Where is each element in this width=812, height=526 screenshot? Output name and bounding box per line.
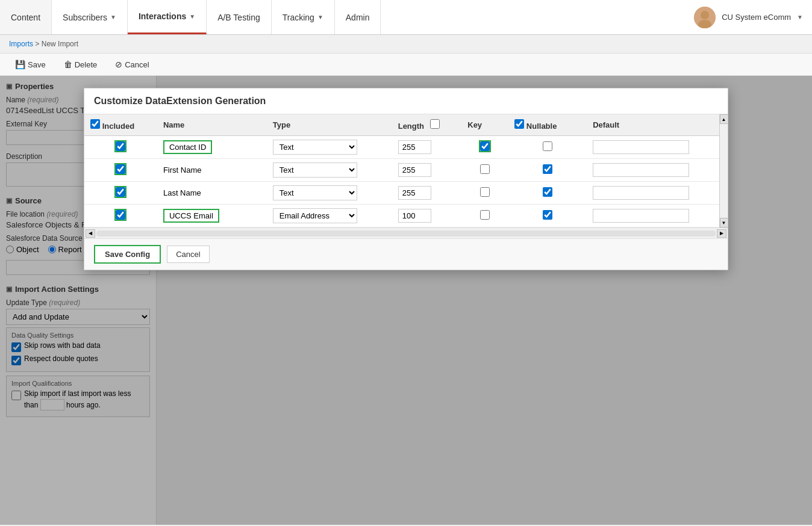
- customize-dialog: Customize DataExtension Generation Inclu…: [84, 88, 728, 270]
- dialog-cancel-button[interactable]: Cancel: [167, 246, 209, 263]
- nav-label-subscribers: Subscribers: [63, 13, 107, 22]
- col-header-name: Name: [157, 114, 267, 136]
- row-length-input[interactable]: [398, 163, 431, 177]
- scroll-left-button[interactable]: ◀: [86, 229, 95, 238]
- row-nullable-checkbox[interactable]: [543, 141, 552, 151]
- nav-user-area: CU System eComm ▼: [685, 0, 812, 34]
- nav-label-tracking: Tracking: [283, 13, 314, 22]
- nav-label-ab-testing: A/B Testing: [217, 13, 260, 22]
- data-extension-table: Included Name Type Length Key Nu: [84, 114, 728, 227]
- cancel-button[interactable]: ⊘ Cancel: [109, 57, 155, 72]
- row-nullable-checkbox[interactable]: [543, 187, 552, 197]
- avatar: [694, 7, 716, 28]
- row-default-input[interactable]: [593, 186, 689, 200]
- nav-label-interactions: Interactions: [139, 11, 186, 21]
- col-header-default: Default: [587, 114, 728, 136]
- delete-button[interactable]: 🗑 Delete: [58, 57, 104, 72]
- nav-item-tracking[interactable]: Tracking ▼: [272, 0, 335, 34]
- col-header-length: Length: [392, 114, 462, 136]
- row-default-input[interactable]: [593, 140, 689, 154]
- save-config-button[interactable]: Save Config: [94, 245, 161, 264]
- vertical-scrollbar[interactable]: ▲ ▼: [719, 114, 728, 227]
- row-type-select[interactable]: TextEmail AddressNumberDateBooleanPhoneD…: [273, 185, 357, 200]
- row-length-input[interactable]: [398, 140, 431, 154]
- delete-label: Delete: [75, 60, 98, 69]
- table-row: Last NameTextEmail AddressNumberDateBool…: [84, 182, 728, 205]
- dialog-body: Included Name Type Length Key Nu: [84, 114, 728, 227]
- row-key-checkbox[interactable]: [480, 210, 490, 220]
- row-name: UCCS Email: [163, 209, 219, 223]
- scroll-right-button[interactable]: ▶: [717, 229, 726, 238]
- row-default-input[interactable]: [593, 209, 689, 223]
- nav-item-ab-testing[interactable]: A/B Testing: [207, 0, 272, 34]
- interactions-dropdown-icon: ▼: [189, 13, 195, 20]
- svg-point-1: [701, 11, 709, 19]
- row-length-input[interactable]: [398, 186, 431, 200]
- nullable-all-checkbox[interactable]: [514, 119, 524, 129]
- length-checkbox[interactable]: [430, 119, 440, 129]
- row-length-input[interactable]: [398, 209, 431, 223]
- user-name: CU System eComm: [722, 13, 791, 22]
- row-default-input[interactable]: [593, 163, 689, 177]
- row-key-checkbox[interactable]: [480, 187, 490, 197]
- top-nav: Content Subscribers ▼ Interactions ▼ A/B…: [0, 0, 812, 35]
- nav-label-admin: Admin: [346, 13, 370, 22]
- row-included-checkbox[interactable]: [116, 164, 125, 174]
- nav-item-interactions[interactable]: Interactions ▼: [128, 0, 207, 34]
- cancel-icon: ⊘: [115, 60, 122, 69]
- row-nullable-checkbox[interactable]: [543, 164, 552, 174]
- col-header-key: Key: [461, 114, 508, 136]
- row-included-checkbox[interactable]: [116, 187, 125, 197]
- row-key-checkbox[interactable]: [480, 141, 490, 151]
- toolbar: 💾 Save 🗑 Delete ⊘ Cancel: [0, 54, 812, 76]
- nav-item-admin[interactable]: Admin: [335, 0, 381, 34]
- save-icon: 💾: [15, 60, 25, 69]
- scroll-up-button[interactable]: ▲: [720, 114, 728, 124]
- save-button[interactable]: 💾 Save: [9, 57, 52, 72]
- col-header-included: Included: [84, 114, 157, 136]
- row-nullable-checkbox[interactable]: [543, 210, 552, 220]
- breadcrumb-parent[interactable]: Imports: [9, 40, 33, 48]
- breadcrumb-separator: >: [35, 40, 39, 48]
- row-included-checkbox[interactable]: [116, 210, 125, 220]
- row-name: Contact ID: [163, 140, 212, 154]
- user-dropdown-icon: ▼: [797, 14, 803, 20]
- breadcrumb: Imports > New Import: [0, 35, 812, 54]
- row-type-select[interactable]: TextEmail AddressNumberDateBooleanPhoneD…: [273, 208, 357, 223]
- dialog-title: Customize DataExtension Generation: [84, 88, 728, 114]
- cancel-label: Cancel: [125, 60, 149, 69]
- table-row: Contact IDTextEmail AddressNumberDateBoo…: [84, 136, 728, 159]
- subscribers-dropdown-icon: ▼: [110, 14, 116, 20]
- nav-label-content: Content: [11, 13, 40, 22]
- row-included-checkbox[interactable]: [116, 141, 125, 151]
- horizontal-scrollbar[interactable]: ◀ ▶: [84, 227, 728, 238]
- tracking-dropdown-icon: ▼: [317, 14, 323, 20]
- scroll-down-button[interactable]: ▼: [720, 218, 728, 227]
- row-type-select[interactable]: TextEmail AddressNumberDateBooleanPhoneD…: [273, 140, 357, 155]
- delete-icon: 🗑: [64, 60, 72, 69]
- col-header-type: Type: [267, 114, 392, 136]
- row-name: First Name: [157, 159, 267, 182]
- dialog-footer: Save Config Cancel: [84, 238, 728, 270]
- nav-item-subscribers[interactable]: Subscribers ▼: [52, 0, 128, 34]
- table-row: UCCS EmailTextEmail AddressNumberDateBoo…: [84, 205, 728, 227]
- included-all-checkbox[interactable]: [90, 119, 100, 129]
- main-area: ▣ Properties Name (required) 0714SeedLis…: [0, 76, 812, 525]
- breadcrumb-current: New Import: [42, 40, 78, 48]
- row-type-select[interactable]: TextEmail AddressNumberDateBooleanPhoneD…: [273, 162, 357, 178]
- save-label: Save: [28, 60, 46, 69]
- col-header-nullable: Nullable: [508, 114, 587, 136]
- row-name: Last Name: [157, 182, 267, 205]
- table-header-row: Included Name Type Length Key Nu: [84, 114, 728, 136]
- dialog-overlay: Customize DataExtension Generation Inclu…: [0, 76, 812, 525]
- nav-item-content[interactable]: Content: [0, 0, 52, 34]
- row-key-checkbox[interactable]: [480, 164, 490, 174]
- table-row: First NameTextEmail AddressNumberDateBoo…: [84, 159, 728, 182]
